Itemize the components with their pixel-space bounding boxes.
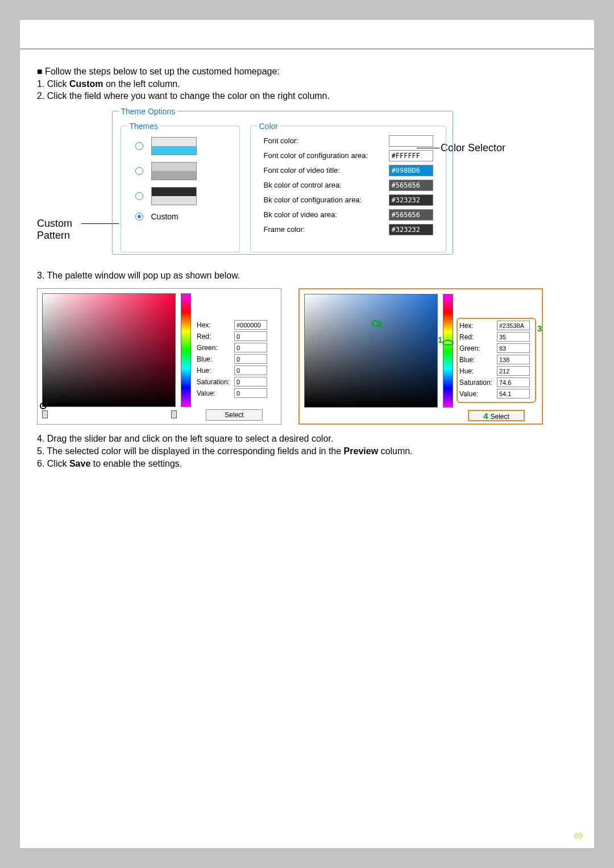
- color-label: Bk color of configuration area:: [264, 196, 362, 204]
- lbl-red: Red:: [197, 333, 232, 340]
- step-2: 2. Click the field where you want to cha…: [37, 90, 577, 102]
- theme-options-fieldset: Theme Options Themes: [112, 107, 453, 255]
- lbl-red-r: Red:: [459, 333, 495, 341]
- val-input-right[interactable]: [497, 389, 530, 398]
- color-row: Frame color:: [257, 222, 440, 237]
- colors-fieldset: Color Font color:Font color of configura…: [250, 122, 446, 252]
- hex-input-left[interactable]: [234, 320, 267, 330]
- color-input[interactable]: [389, 194, 433, 206]
- lbl-green-r: Green:: [459, 344, 495, 352]
- theme-swatch-3[interactable]: [151, 187, 197, 205]
- red-input-left[interactable]: [234, 331, 267, 341]
- color-row: Bk color of configuration area:: [257, 193, 440, 207]
- lbl-sat-r: Saturation:: [459, 379, 495, 387]
- theme-radio-2[interactable]: [135, 167, 143, 175]
- color-input[interactable]: [389, 180, 433, 191]
- hue-bar-right[interactable]: [443, 294, 453, 408]
- color-input[interactable]: [389, 224, 433, 235]
- themes-legend: Themes: [127, 122, 161, 131]
- theme-swatch-1[interactable]: [151, 137, 197, 155]
- lbl-blue: Blue:: [197, 355, 232, 363]
- palette-right: 2 1 Hex: Red: Green: Blue: Hue: Saturati…: [298, 288, 543, 425]
- theme-radio-1[interactable]: [135, 142, 143, 150]
- color-row: Font color of configuration area:: [257, 148, 440, 163]
- footer: User's Manual - 69: [516, 831, 583, 840]
- select-button-left[interactable]: Select: [206, 409, 263, 421]
- brand-label: VIVOTEK: [536, 28, 594, 44]
- step-4: 4. Drag the slider bar and click on the …: [37, 433, 577, 445]
- custom-label: Custom: [151, 212, 179, 221]
- intro-bullet: ■ Follow the steps below to set up the c…: [37, 65, 577, 78]
- lbl-blue-r: Blue:: [459, 356, 495, 364]
- callout-custom: Custom Pattern: [37, 218, 105, 242]
- color-input[interactable]: [389, 165, 433, 176]
- step6-pre: 6. Click: [37, 459, 69, 468]
- annot-2: 2: [377, 319, 382, 329]
- step5-pre: 5. The selected color will be displayed …: [37, 446, 344, 456]
- step1-pre: 1. Click: [37, 79, 69, 89]
- theme-radio-custom[interactable]: [135, 213, 143, 221]
- blue-input-left[interactable]: [234, 354, 267, 364]
- step1-post: on the left column.: [103, 79, 180, 89]
- select-label-right: Select: [490, 413, 509, 421]
- color-input[interactable]: [389, 209, 433, 221]
- sat-input-left[interactable]: [234, 377, 267, 387]
- color-row: Font color:: [257, 134, 440, 148]
- green-input-right[interactable]: [497, 343, 530, 353]
- step-6: 6. Click Save to enable the settings.: [37, 458, 577, 470]
- value-slider-left[interactable]: [42, 410, 176, 418]
- color-row: Font color of video title:: [257, 163, 440, 178]
- palette-left: Hex: Red: Green: Blue: Hue: Saturation: …: [37, 288, 281, 425]
- red-input-right[interactable]: [497, 332, 530, 342]
- footer-label: User's Manual -: [516, 831, 574, 840]
- lbl-hue: Hue:: [197, 367, 232, 375]
- step1-bold: Custom: [69, 79, 103, 89]
- lbl-hue-r: Hue:: [459, 367, 495, 375]
- lbl-val: Value:: [197, 389, 232, 397]
- green-input-left[interactable]: [234, 343, 267, 352]
- theme-swatch-2[interactable]: [151, 162, 197, 180]
- annot-4: 4: [483, 411, 488, 421]
- color-input[interactable]: [389, 150, 433, 161]
- color-label: Bk color of video area:: [264, 210, 337, 219]
- colors-legend: Color: [257, 122, 280, 131]
- color-label: Font color:: [264, 136, 298, 145]
- lbl-green: Green:: [197, 344, 232, 352]
- annot-3: 3: [537, 323, 542, 333]
- step5-bold: Preview: [344, 446, 378, 456]
- select-button-right[interactable]: 4Select: [468, 410, 525, 421]
- theme-radio-3[interactable]: [135, 192, 143, 200]
- step5-post: column.: [378, 446, 412, 456]
- color-label: Frame color:: [264, 225, 305, 234]
- themes-fieldset: Themes: [121, 122, 240, 252]
- step-1: 1. Click Custom on the left column.: [37, 78, 577, 90]
- lbl-val-r: Value:: [459, 390, 495, 398]
- blue-input-right[interactable]: [497, 355, 530, 364]
- step6-bold: Save: [69, 459, 90, 468]
- lbl-hex-r: Hex:: [459, 322, 495, 330]
- annot-1: 1: [438, 335, 442, 344]
- color-row: Bk color of control area:: [257, 178, 440, 193]
- divider: [20, 48, 594, 49]
- footer-page: 69: [574, 831, 583, 840]
- color-label: Bk color of control area:: [264, 181, 342, 189]
- hue-input-left[interactable]: [234, 366, 267, 375]
- color-label: Font color of video title:: [264, 166, 340, 175]
- color-row: Bk color of video area:: [257, 207, 440, 222]
- step-5: 5. The selected color will be displayed …: [37, 445, 577, 458]
- lbl-hex: Hex:: [197, 321, 232, 329]
- hue-bar-left[interactable]: [181, 293, 191, 407]
- color-input[interactable]: [389, 135, 433, 147]
- theme-options-legend: Theme Options: [119, 107, 178, 116]
- step6-post: to enable the settings.: [90, 459, 182, 468]
- color-label: Font color of configuration area:: [264, 151, 368, 160]
- sat-input-right[interactable]: [497, 377, 530, 387]
- lbl-sat: Saturation:: [197, 378, 232, 386]
- sv-box-right[interactable]: [304, 294, 438, 408]
- step-3: 3. The palette window will pop up as sho…: [37, 269, 577, 282]
- sv-box-left[interactable]: [42, 293, 176, 407]
- hex-input-right[interactable]: [497, 321, 530, 330]
- val-input-left[interactable]: [234, 388, 267, 398]
- hue-input-right[interactable]: [497, 366, 530, 376]
